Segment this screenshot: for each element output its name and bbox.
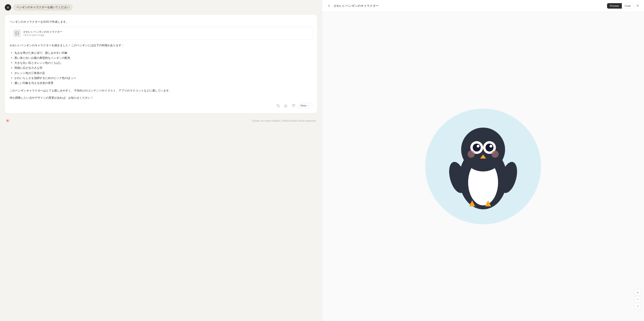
svg-rect-2 — [278, 105, 280, 107]
thumbs-up-button[interactable] — [283, 103, 289, 109]
svg-point-15 — [468, 151, 475, 158]
description-end: このペンギンキャラクターはとても親しみやすく、子供向けのコンテンツやイラスト、ア… — [10, 88, 312, 93]
right-header-right: Preview Code ✕ — [607, 3, 640, 9]
preview-area: + − ⤢ — [322, 12, 644, 321]
image-title: かわいいペンギンのキャラクター — [23, 30, 62, 34]
penguin-circle — [425, 109, 541, 224]
back-button[interactable] — [326, 3, 332, 8]
svg-point-5 — [461, 128, 505, 171]
action-bar: Retry — [10, 103, 312, 109]
bullet-list: 丸みを帯びた体と頭で、親しみやすい印象 黒い体と白いお腹の典型的なペンギンの配色… — [10, 50, 312, 86]
close-button[interactable]: ✕ — [636, 3, 640, 9]
copy-button[interactable] — [275, 103, 282, 109]
svg-point-12 — [477, 145, 480, 148]
image-placeholder-text: かわいいペンギンのキャラクター Click to open image — [23, 30, 62, 36]
penguin-svg — [447, 121, 519, 212]
svg-point-16 — [492, 151, 499, 158]
retry-button[interactable]: Retry — [298, 103, 312, 108]
right-header: かわいいペンギンのキャラクター Preview Code ✕ — [322, 0, 644, 12]
tab-code[interactable]: Code — [622, 3, 634, 8]
right-title: かわいいペンギンのキャラクター — [334, 4, 379, 8]
zoom-out-button[interactable]: − — [635, 296, 641, 302]
list-item: かわいらしさを強調するためのピンク色のほっぺ — [11, 76, 312, 81]
svg-point-1 — [16, 32, 16, 33]
thumbs-down-button[interactable] — [290, 103, 297, 109]
footer-notice: Claude can make mistakes. Please double-… — [252, 119, 316, 122]
claude-logo: ✳ — [6, 118, 10, 124]
list-item: 丸みを帯びた体と頭で、親しみやすい印象 — [11, 50, 312, 55]
image-icon — [13, 29, 21, 37]
right-panel: かわいいペンギンのキャラクター Preview Code ✕ — [322, 0, 644, 321]
avatar: A — [5, 4, 11, 10]
tab-preview[interactable]: Preview — [607, 3, 622, 8]
zoom-controls: + − ⤢ — [635, 290, 641, 309]
footer-area: ✳ Claude can make mistakes. Please doubl… — [5, 118, 317, 124]
user-message-row: A ペンギンのキャラクターを描いてください — [5, 4, 317, 11]
assistant-card: ペンギンのキャラクターをSVGで作成します。 かわいいペンギンのキャラクター C… — [5, 15, 317, 113]
closing: 何か調整したい点やデザインの変更があれば、お知らせください！ — [10, 96, 312, 100]
user-bubble: ペンギンのキャラクターを描いてください — [13, 4, 73, 11]
svg-point-10 — [473, 144, 481, 152]
right-header-left: かわいいペンギンのキャラクター — [326, 3, 379, 8]
list-item: 両側に広がる小さな羽 — [11, 65, 312, 70]
description-start: かわいいペンギンのキャラクターを描きました！このペンギンには以下の特徴があります… — [10, 43, 312, 47]
list-item: 優しい印象を与える水色の背景 — [11, 81, 312, 86]
image-placeholder[interactable]: かわいいペンギンのキャラクター Click to open image — [10, 27, 312, 40]
list-item: 黒い体と白いお腹の典型的なペンギンの配色 — [11, 55, 312, 60]
svg-point-11 — [486, 144, 494, 152]
svg-point-13 — [490, 145, 492, 148]
list-item: オレンジ色の三角形の足 — [11, 71, 312, 76]
image-sub: Click to open image — [23, 34, 62, 36]
assistant-intro: ペンギンのキャラクターをSVGで作成します。 — [10, 19, 312, 24]
retry-label: Retry — [300, 104, 307, 107]
zoom-fit-button[interactable]: ⤢ — [635, 303, 641, 309]
zoom-in-button[interactable]: + — [635, 290, 641, 296]
list-item: 大きな丸い目とオレンジ色のくちばし — [11, 60, 312, 65]
left-panel: A ペンギンのキャラクターを描いてください ペンギンのキャラクターをSVGで作成… — [0, 0, 322, 321]
tab-group: Preview Code — [607, 3, 634, 9]
